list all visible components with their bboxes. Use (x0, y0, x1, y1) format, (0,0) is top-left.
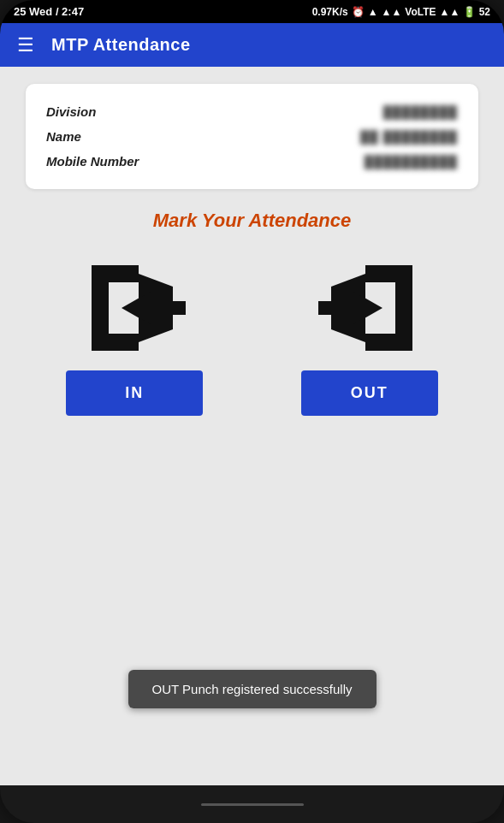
in-button[interactable]: IN (66, 370, 203, 416)
volte-label: VoLTE (405, 6, 436, 18)
attendance-buttons: IN OUT (26, 252, 478, 416)
in-group: IN (26, 252, 244, 416)
division-label: Division (46, 104, 96, 119)
app-header: ☰ MTP Attendance (0, 23, 504, 67)
out-door-svg (310, 257, 430, 359)
division-value: ████████ (383, 105, 458, 119)
hamburger-icon[interactable]: ☰ (17, 36, 34, 55)
status-bar: 25 Wed / 2:47 0.97K/s ⏰ ▲ ▲▲ VoLTE ▲▲ 🔋 … (0, 0, 504, 23)
bottom-bar (0, 785, 504, 823)
mobile-row: Mobile Number ██████████ (46, 149, 458, 174)
in-door-svg (74, 257, 194, 359)
name-value: ██ ████████ (360, 130, 458, 144)
main-content: Division ████████ Name ██ ████████ Mobil… (0, 67, 504, 785)
signal-icon: ▲▲ (382, 6, 402, 18)
wifi-icon: ▲ (368, 6, 378, 18)
name-label: Name (46, 129, 81, 144)
phone-frame: 25 Wed / 2:47 0.97K/s ⏰ ▲ ▲▲ VoLTE ▲▲ 🔋 … (0, 0, 504, 823)
info-card: Division ████████ Name ██ ████████ Mobil… (26, 84, 478, 189)
out-group: OUT (261, 252, 479, 416)
app-title: MTP Attendance (51, 35, 191, 55)
network-info: 0.97K/s (312, 6, 348, 18)
mobile-value: ██████████ (365, 155, 458, 169)
division-row: Division ████████ (46, 99, 458, 124)
signal2-icon: ▲▲ (440, 6, 460, 18)
mobile-label: Mobile Number (46, 154, 139, 169)
status-right: 0.97K/s ⏰ ▲ ▲▲ VoLTE ▲▲ 🔋 52 (312, 6, 490, 18)
alarm-icon: ⏰ (352, 6, 365, 18)
battery-icon: 🔋 52 (463, 6, 490, 18)
toast-message: OUT Punch registered successfully (128, 670, 377, 708)
time-date: 25 Wed / 2:47 (14, 5, 84, 18)
name-row: Name ██ ████████ (46, 124, 458, 149)
status-left: 25 Wed / 2:47 (14, 5, 84, 18)
section-title: Mark Your Attendance (153, 210, 351, 232)
home-indicator (201, 803, 304, 806)
out-icon (301, 252, 438, 364)
in-icon (66, 252, 203, 364)
out-button[interactable]: OUT (301, 370, 438, 416)
